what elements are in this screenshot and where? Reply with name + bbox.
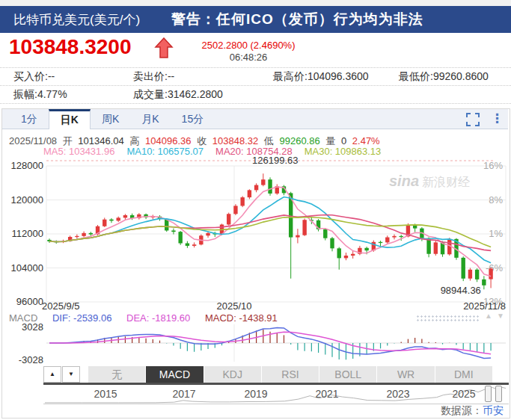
- up-arrow-icon: [154, 37, 174, 58]
- indicator-controls: ▲ ▼: [43, 366, 81, 383]
- candlestick-chart[interactable]: 12800016%1200008%1120001%104000-6%96000-…: [0, 155, 511, 323]
- svg-text:-6%: -6%: [486, 262, 504, 274]
- indicator-down-button[interactable]: ▼: [62, 366, 80, 383]
- tab-monthly[interactable]: 月K: [130, 109, 170, 129]
- indicator-tab-boll[interactable]: BOLL: [319, 366, 376, 383]
- quote-field-low: 最低价:99260.8600: [399, 68, 489, 85]
- pane-drag-handle[interactable]: [416, 315, 480, 323]
- ico-warning-text: 警告：任何ICO（发币）行为均为非法: [171, 10, 423, 29]
- quote-field-volume: 成交量:31462.2800: [133, 86, 223, 103]
- macd-dif-value: DIF: -2539.06: [52, 312, 112, 324]
- indicator-tab-wr[interactable]: WR: [377, 366, 434, 383]
- indicator-tabbar: 无MACDKDJRSIBOLLWRDMI: [88, 366, 492, 383]
- instrument-title: 比特币兑美元(美元/个): [13, 11, 140, 28]
- fullscreen-icon[interactable]: [465, 112, 480, 127]
- btc-quote-page: 比特币兑美元(美元/个) 警告：任何ICO（发币）行为均为非法 103848.3…: [0, 0, 511, 420]
- tab-weekly[interactable]: 周K: [91, 109, 130, 129]
- svg-text:126199.63: 126199.63: [252, 155, 298, 166]
- quote-field-ask: 卖出价:--: [133, 68, 174, 85]
- svg-text:2025/10: 2025/10: [217, 300, 252, 312]
- pane-down-icon[interactable]: ▼: [497, 312, 504, 320]
- last-price: 103848.3200: [9, 35, 132, 59]
- ohlc-volume-label: 量: [325, 135, 335, 146]
- data-source-link[interactable]: 币安: [483, 404, 504, 416]
- navigator-handle-right[interactable]: [495, 386, 502, 402]
- svg-text:104000: 104000: [11, 262, 43, 274]
- tab-15min[interactable]: 15分: [171, 109, 215, 129]
- year-label-2017: 2017: [168, 388, 201, 400]
- indicator-tab-dmi[interactable]: DMI: [435, 366, 492, 383]
- header-bar: 比特币兑美元(美元/个) 警告：任何ICO（发币）行为均为非法: [0, 6, 511, 33]
- quote-fields: 买入价:--卖出价:--最高价:104096.3600最低价:99260.860…: [0, 67, 511, 104]
- indicator-tab-none[interactable]: 无: [88, 366, 145, 383]
- tab-daily[interactable]: 日K: [49, 109, 91, 129]
- ohlc-open: 101346.04: [78, 135, 123, 146]
- svg-text:2025/11/8: 2025/11/8: [463, 300, 506, 312]
- svg-text:98944.36: 98944.36: [441, 285, 481, 296]
- svg-text:120000: 120000: [11, 194, 43, 206]
- tab-1min[interactable]: 1分: [10, 109, 49, 129]
- macd-pane-label: MACD: [9, 312, 37, 324]
- quote-fields-row1: 买入价:--卖出价:--最高价:104096.3600最低价:99260.860…: [0, 67, 511, 86]
- more-menu-icon[interactable]: ⋮: [491, 111, 503, 127]
- ohlc-high: 104096.36: [145, 135, 191, 146]
- svg-text:1%: 1%: [489, 228, 503, 239]
- svg-text:8%: 8%: [489, 194, 503, 206]
- year-label-2021: 2021: [310, 388, 343, 400]
- svg-text:-3028: -3028: [19, 354, 43, 365]
- ohlc-low: 99260.86: [279, 135, 319, 146]
- quote-field-bid: 买入价:--: [13, 68, 55, 85]
- svg-text:96000: 96000: [16, 296, 43, 307]
- macd-chart[interactable]: 3028-3028: [0, 323, 511, 366]
- ohlc-high-label: 高: [129, 135, 139, 146]
- macd-dea-value: DEA: -1819.60: [126, 312, 190, 324]
- svg-text:2025/9/5: 2025/9/5: [42, 300, 80, 312]
- data-source-label: 数据源：: [441, 404, 483, 416]
- quote-fields-row2: 振幅:4.77%成交量:31462.2800: [0, 86, 511, 104]
- quote-field-amplitude: 振幅:4.77%: [13, 86, 67, 103]
- ohlc-open-label: 开: [63, 135, 73, 146]
- macd-macd-value: MACD: -1438.91: [205, 312, 278, 324]
- ohlc-date: 2025/11/08: [9, 135, 57, 146]
- ohlc-change-pct: 2.47%: [352, 135, 380, 146]
- year-label-2025: 2025: [447, 388, 480, 400]
- svg-text:128000: 128000: [11, 160, 43, 171]
- price-change: 2502.2800 (2.4690%): [189, 40, 308, 51]
- year-label-2015: 2015: [89, 388, 122, 400]
- indicator-tab-kdj[interactable]: KDJ: [204, 366, 261, 383]
- svg-text:16%: 16%: [483, 160, 503, 171]
- data-source: 数据源：币安: [441, 404, 504, 418]
- navigator-handle-left[interactable]: [485, 386, 492, 402]
- quote-field-high: 最高价:104096.3600: [273, 68, 369, 85]
- timeline-navigator[interactable]: 201520172019202120232025: [43, 385, 509, 404]
- indicator-up-button[interactable]: ▲: [43, 366, 61, 383]
- year-label-2023: 2023: [382, 388, 414, 400]
- svg-text:112000: 112000: [12, 228, 43, 239]
- period-tabbar: 1分日K周K月K15分: [2, 109, 508, 129]
- ohlc-close-label: 收: [197, 135, 206, 146]
- ohlc-close: 103848.32: [212, 135, 258, 146]
- indicator-tab-macd[interactable]: MACD: [146, 366, 203, 383]
- svg-text:3028: 3028: [22, 323, 43, 333]
- ohlc-low-label: 低: [264, 135, 274, 146]
- ohlc-volume: 0: [341, 135, 346, 146]
- macd-readout: MACD DIF: -2539.06 DEA: -1819.60 MACD: -…: [9, 312, 290, 324]
- indicator-tab-rsi[interactable]: RSI: [262, 366, 319, 383]
- quote-time: 06:48:26: [189, 52, 308, 63]
- pane-up-icon[interactable]: ▲: [485, 312, 492, 320]
- year-label-2019: 2019: [239, 388, 272, 400]
